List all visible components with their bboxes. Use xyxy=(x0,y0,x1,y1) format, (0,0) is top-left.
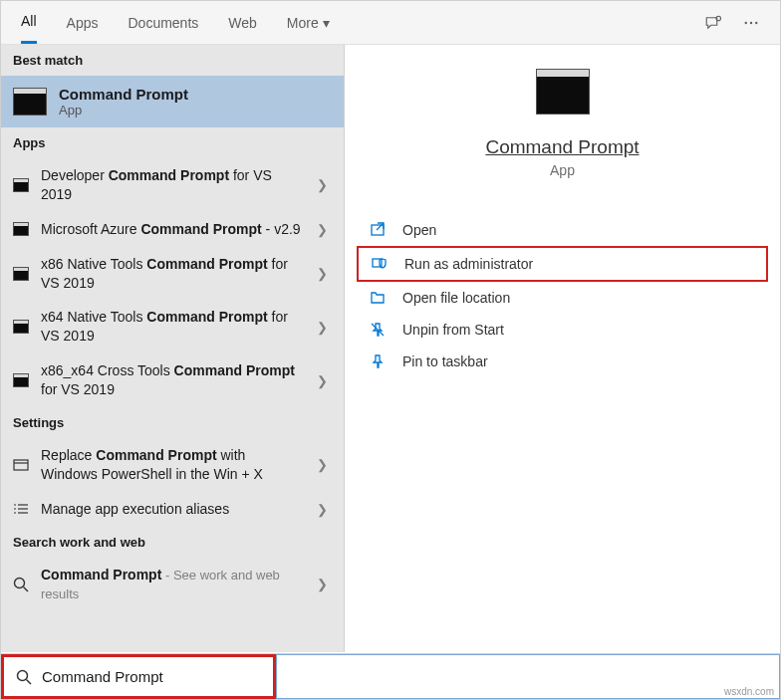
app-item-label: x64 Native Tools Command Prompt for VS 2… xyxy=(41,308,305,346)
web-search-item[interactable]: Command Prompt - See work and web result… xyxy=(1,558,344,611)
tab-documents[interactable]: Documents xyxy=(128,3,198,43)
chevron-right-icon: ❯ xyxy=(317,502,332,517)
app-item-label: Microsoft Azure Command Prompt - v2.9 xyxy=(41,220,305,239)
tabs-bar: All Apps Documents Web More ▾ xyxy=(1,1,780,45)
app-item-label: Developer Command Prompt for VS 2019 xyxy=(41,166,305,204)
preview-panel: Command Prompt App Open Run as administr… xyxy=(345,45,780,652)
chevron-right-icon: ❯ xyxy=(317,320,332,335)
chevron-right-icon: ❯ xyxy=(317,577,332,591)
watermark: wsxdn.com xyxy=(724,686,774,697)
app-item-azure-cmd[interactable]: Microsoft Azure Command Prompt - v2.9 ❯ xyxy=(1,212,344,247)
tab-web[interactable]: Web xyxy=(228,3,257,43)
search-icon xyxy=(16,669,32,685)
command-prompt-icon xyxy=(13,88,47,116)
app-item-label: x86 Native Tools Command Prompt for VS 2… xyxy=(41,255,305,293)
action-label: Pin to taskbar xyxy=(402,353,488,369)
action-open-file-location[interactable]: Open file location xyxy=(357,282,768,314)
action-label: Run as administrator xyxy=(404,256,533,272)
chevron-right-icon: ❯ xyxy=(317,177,332,192)
action-label: Open file location xyxy=(402,290,510,306)
app-item-cross-tools[interactable]: x86_x64 Cross Tools Command Prompt for V… xyxy=(1,353,344,407)
action-unpin-from-start[interactable]: Unpin from Start xyxy=(357,314,768,346)
best-match-item[interactable]: Command Prompt App xyxy=(1,76,344,127)
action-run-as-administrator[interactable]: Run as administrator xyxy=(357,246,768,282)
action-pin-to-taskbar[interactable]: Pin to taskbar xyxy=(357,346,768,377)
section-apps: Apps xyxy=(1,127,344,158)
chevron-down-icon: ▾ xyxy=(323,15,330,31)
svg-point-18 xyxy=(18,670,28,680)
open-icon xyxy=(369,222,387,238)
chevron-right-icon: ❯ xyxy=(317,222,332,237)
settings-item-label: Manage app execution aliases xyxy=(41,500,305,519)
svg-rect-14 xyxy=(372,225,384,235)
command-prompt-icon xyxy=(13,267,29,281)
window-icon xyxy=(13,458,29,472)
action-label: Unpin from Start xyxy=(402,322,504,338)
web-search-label: Command Prompt - See work and web result… xyxy=(41,566,305,603)
pin-icon xyxy=(369,353,387,369)
search-box[interactable] xyxy=(1,654,276,699)
results-panel: Best match Command Prompt App Apps Devel… xyxy=(1,45,345,652)
chevron-right-icon: ❯ xyxy=(317,373,332,388)
search-input[interactable] xyxy=(42,668,261,685)
best-match-subtitle: App xyxy=(59,103,188,117)
svg-point-1 xyxy=(745,21,747,23)
search-bar xyxy=(1,653,780,699)
settings-item-aliases[interactable]: Manage app execution aliases ❯ xyxy=(1,492,344,527)
svg-rect-4 xyxy=(14,460,28,470)
svg-line-19 xyxy=(27,679,32,684)
unpin-icon xyxy=(369,322,387,338)
svg-point-12 xyxy=(15,578,25,587)
command-prompt-icon xyxy=(13,222,29,236)
search-icon xyxy=(13,578,29,591)
tab-more-label: More xyxy=(287,15,319,31)
app-item-x86-native[interactable]: x86 Native Tools Command Prompt for VS 2… xyxy=(1,247,344,301)
app-item-developer-cmd[interactable]: Developer Command Prompt for VS 2019 ❯ xyxy=(1,158,344,212)
feedback-icon[interactable] xyxy=(704,14,722,32)
more-options-icon[interactable] xyxy=(742,14,760,32)
best-match-title: Command Prompt xyxy=(59,86,188,103)
tab-all[interactable]: All xyxy=(21,1,37,44)
tab-more[interactable]: More ▾ xyxy=(287,3,330,43)
svg-point-2 xyxy=(750,21,752,23)
tab-apps[interactable]: Apps xyxy=(67,3,99,43)
svg-line-15 xyxy=(377,223,384,230)
section-search-work-web: Search work and web xyxy=(1,527,344,558)
command-prompt-icon xyxy=(13,178,29,192)
preview-card: Command Prompt App xyxy=(365,69,760,178)
settings-item-replace-cmd[interactable]: Replace Command Prompt with Windows Powe… xyxy=(1,438,344,492)
app-item-label: x86_x64 Cross Tools Command Prompt for V… xyxy=(41,361,305,399)
preview-title[interactable]: Command Prompt xyxy=(485,136,639,158)
preview-subtitle: App xyxy=(550,162,575,178)
folder-icon xyxy=(369,290,387,306)
section-settings: Settings xyxy=(1,407,344,438)
command-prompt-icon xyxy=(13,373,29,387)
search-bar-right[interactable] xyxy=(276,654,780,699)
action-label: Open xyxy=(402,222,436,238)
action-open[interactable]: Open xyxy=(357,214,768,246)
command-prompt-icon xyxy=(13,320,29,334)
list-icon xyxy=(13,502,29,516)
svg-point-3 xyxy=(755,21,757,23)
command-prompt-icon xyxy=(536,69,590,115)
svg-line-13 xyxy=(24,586,29,591)
chevron-right-icon: ❯ xyxy=(317,266,332,281)
shield-icon xyxy=(371,256,389,272)
settings-item-label: Replace Command Prompt with Windows Powe… xyxy=(41,446,305,484)
section-best-match: Best match xyxy=(1,45,344,76)
chevron-right-icon: ❯ xyxy=(317,457,332,472)
app-item-x64-native[interactable]: x64 Native Tools Command Prompt for VS 2… xyxy=(1,300,344,353)
action-list: Open Run as administrator Open file loca… xyxy=(357,214,768,377)
